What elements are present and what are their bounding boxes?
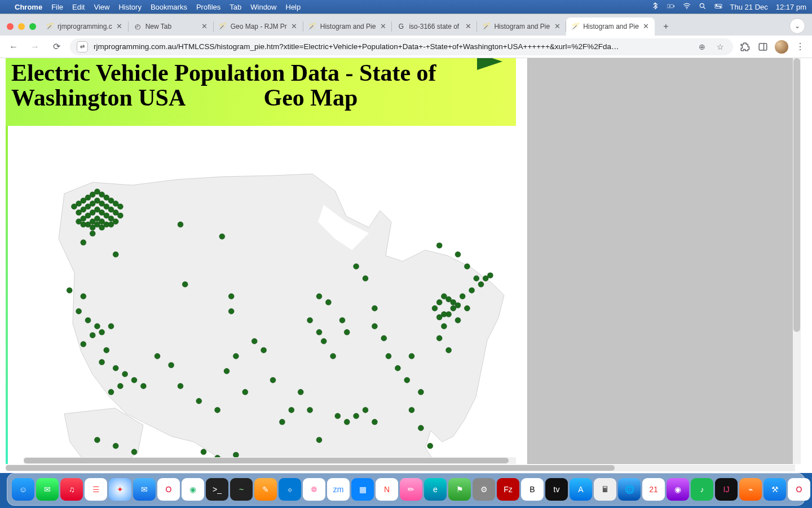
tab-close-icon[interactable]: ✕ [116,23,123,30]
geo-marker[interactable] [251,339,257,344]
geo-marker[interactable] [85,318,91,323]
geo-marker[interactable] [372,323,377,329]
spotlight-icon[interactable] [699,2,707,12]
browser-tab[interactable]: Giso-3166 state of✕ [392,17,476,36]
dock-pages-icon[interactable]: ✎ [254,478,277,501]
address-bar[interactable]: ⇄ rjmprogramming.com.au/HTMLCSS/histogra… [70,38,733,55]
geo-marker[interactable] [409,408,414,413]
geo-marker[interactable] [464,264,470,269]
dock-podcasts-icon[interactable]: ◉ [667,478,689,501]
geo-marker[interactable] [117,204,123,209]
tab-close-icon[interactable]: ✕ [290,23,298,30]
forward-button[interactable]: → [27,39,43,55]
geo-marker[interactable] [409,353,414,359]
geo-marker[interactable] [441,323,447,329]
geo-marker[interactable] [219,234,225,239]
reload-button[interactable]: ⟳ [48,39,64,55]
geo-marker[interactable] [335,413,341,419]
geo-marker[interactable] [446,348,452,353]
geo-marker[interactable] [99,360,105,365]
geo-marker[interactable] [90,231,95,237]
geo-marker[interactable] [224,369,230,374]
dock-finder-icon[interactable]: ☺ [12,478,34,501]
menu-profiles[interactable]: Profiles [196,3,220,11]
tab-close-icon[interactable]: ✕ [642,23,650,30]
geo-marker[interactable] [330,353,336,359]
geo-marker[interactable] [169,362,174,368]
geo-marker[interactable] [436,300,442,305]
profile-avatar[interactable] [775,40,788,54]
geo-marker[interactable] [363,275,368,281]
dock-keynote-icon[interactable]: ▦ [351,478,374,501]
dock-calendar-icon[interactable]: 21 [642,478,665,501]
geo-marker[interactable] [108,389,114,395]
close-window-button[interactable] [7,23,14,30]
geo-marker[interactable] [108,323,114,329]
geo-marker[interactable] [427,443,433,449]
geo-marker[interactable] [354,264,359,269]
geo-marker[interactable] [117,383,123,389]
geo-marker[interactable] [478,282,484,287]
geo-marker[interactable] [122,371,128,377]
geo-marker[interactable] [94,323,100,329]
dock-appstore-icon[interactable]: A [570,478,592,501]
geo-marker[interactable] [432,305,438,311]
dock-edge-icon[interactable]: e [424,478,447,501]
geo-marker[interactable] [460,294,465,299]
browser-tab[interactable]: 🪄Geo Map - RJM Pr✕ [214,17,303,36]
geo-marker[interactable] [76,309,82,314]
geo-marker[interactable] [76,210,82,216]
bookmark-star-icon[interactable]: ☆ [714,41,726,53]
menu-tab[interactable]: Tab [230,3,241,11]
dock-news-icon[interactable]: N [376,478,398,501]
geo-marker[interactable] [99,330,105,335]
geo-marker[interactable] [344,330,350,335]
dock-music-icon[interactable]: ♫ [60,478,83,501]
browser-tab[interactable]: 🪄Histogram and Pie✕ [477,17,566,36]
dock-dash-icon[interactable]: ⌁ [739,478,762,501]
geo-marker[interactable] [316,437,322,443]
geo-marker[interactable] [455,252,461,257]
geo-marker[interactable] [316,330,322,335]
menu-file[interactable]: File [51,3,63,11]
geo-marker[interactable] [354,413,359,419]
play-icon[interactable] [474,58,508,73]
wifi-icon[interactable] [683,2,691,12]
geo-marker[interactable] [381,335,387,341]
geo-marker[interactable] [418,425,423,431]
geo-marker[interactable] [344,419,350,425]
geo-marker[interactable] [201,449,206,455]
geo-marker[interactable] [372,305,377,311]
dock-messages-icon[interactable]: ✉ [36,478,59,501]
geo-marker[interactable] [81,294,86,299]
geo-marker[interactable] [242,389,248,395]
geo-marker[interactable] [446,296,452,302]
geo-marker[interactable] [279,419,285,425]
sidepanel-icon[interactable] [757,41,769,53]
geo-marker[interactable] [325,300,331,305]
geo-marker[interactable] [67,288,72,294]
geo-marker[interactable] [178,222,183,227]
dock-appletv-icon[interactable]: tv [545,478,568,501]
geo-marker[interactable] [289,408,294,413]
geo-marker[interactable] [228,309,234,314]
geo-marker[interactable] [464,305,470,311]
geo-marker[interactable] [99,225,105,230]
dock-chrome-icon[interactable]: ◉ [182,478,204,501]
dock-safari-icon[interactable]: ✦ [109,478,131,501]
dock-paintbrush-icon[interactable]: ✏ [400,478,422,501]
geo-marker[interactable] [76,219,82,225]
geo-marker[interactable] [298,389,303,395]
zoom-window-button[interactable] [29,23,36,30]
geo-marker[interactable] [321,339,326,344]
browser-tab[interactable]: 🪄Histogram and Pie✕ [566,17,655,36]
tab-close-icon[interactable]: ✕ [464,23,472,30]
dock-fmap-icon[interactable]: ⚑ [448,478,471,501]
geo-marker[interactable] [418,389,423,395]
browser-tab[interactable]: 🪄Histogram and Pie✕ [303,17,392,36]
menu-view[interactable]: View [94,3,109,11]
geo-marker[interactable] [436,314,442,320]
geo-marker[interactable] [131,378,137,383]
menu-edit[interactable]: Edit [72,3,85,11]
dock-zoom-icon[interactable]: zm [327,478,350,501]
